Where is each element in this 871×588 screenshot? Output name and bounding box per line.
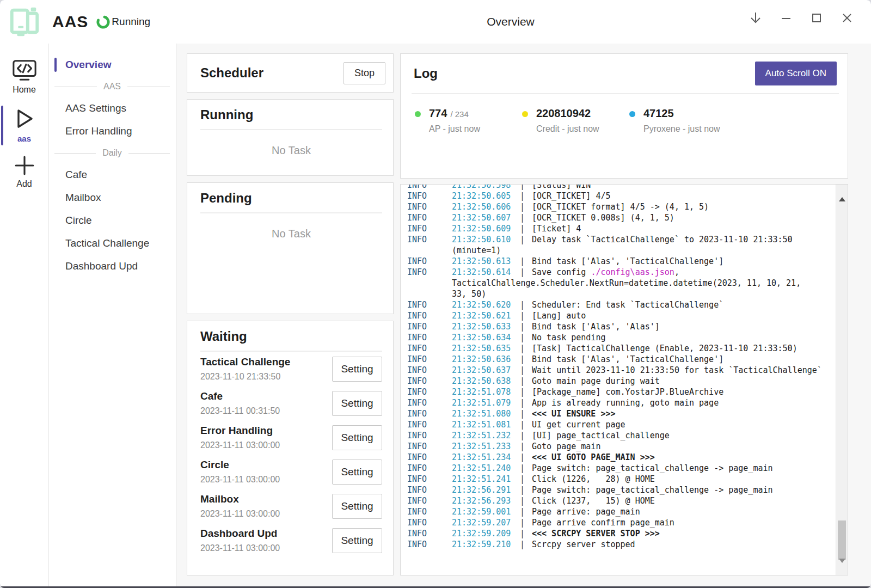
rail-active-indicator — [1, 106, 3, 145]
log-message: [Status] WIN — [532, 185, 591, 191]
log-level: INFO — [407, 310, 452, 321]
log-timestamp: 21:32:59.207 — [452, 517, 520, 528]
stat-value: 774 — [429, 107, 447, 120]
waiting-task-list: Tactical Challenge2023-11-10 21:33:50Set… — [200, 352, 382, 558]
log-message-segment: Page arrive: page_main — [532, 507, 640, 517]
running-empty-label: No Task — [200, 144, 382, 157]
task-setting-button[interactable]: Setting — [332, 391, 382, 416]
log-message-segment: [Task] TacticalChallenge (Enable, 2023-1… — [532, 344, 798, 353]
log-timestamp: 21:32:50.598 — [452, 185, 520, 191]
waiting-task-row: Circle2023-11-11 03:00:00Setting — [200, 455, 382, 489]
log-timestamp: 21:32:59.210 — [452, 539, 520, 550]
log-message-segment: Save config — [532, 267, 591, 277]
nav-section-label: Daily — [102, 148, 122, 158]
scroll-down-button[interactable] — [836, 562, 848, 572]
log-timestamp: 21:32:50.637 — [452, 365, 520, 376]
log-line: INFO21:32:50.613|Bind task ['Alas', 'Tac… — [407, 256, 833, 267]
log-message: Bind task ['Alas', 'TacticalChallenge'] — [532, 354, 723, 365]
task-scheduled-time: 2023-11-11 03:00:00 — [200, 509, 332, 519]
download-update-button[interactable] — [747, 9, 764, 27]
task-setting-button[interactable]: Setting — [332, 425, 382, 450]
divider-line — [54, 87, 97, 87]
log-timestamp: 21:32:51.233 — [452, 441, 520, 452]
log-level: INFO — [407, 430, 452, 441]
scrollbar-thumb[interactable] — [838, 520, 846, 560]
log-line: INFO21:32:50.620|Scheduler: End task `Ta… — [407, 299, 833, 310]
log-line: INFO21:32:51.233|Goto page_main — [407, 441, 833, 452]
minimize-button[interactable] — [777, 9, 795, 27]
scheduler-stop-button[interactable]: Stop — [344, 62, 385, 84]
log-message: 33, 50) — [452, 289, 486, 299]
waiting-title: Waiting — [200, 329, 382, 344]
log-message-segment: Bind task ['Alas', 'Alas'] — [532, 322, 660, 332]
rail-item-home[interactable]: Home — [0, 54, 48, 100]
log-level: INFO — [407, 185, 452, 191]
pending-empty-label: No Task — [200, 228, 382, 240]
log-timestamp: 21:32:50.606 — [452, 201, 520, 212]
log-message-segment: Bind task ['Alas', 'TacticalChallenge'] — [532, 256, 723, 266]
log-level: INFO — [407, 463, 452, 474]
log-level — [407, 278, 452, 289]
log-line: INFO21:32:50.607|[OCR_TICKET 0.008s] (4,… — [407, 212, 833, 223]
log-message-segment: Goto main page during wait — [532, 376, 660, 386]
stat-text: 774/ 234AP - just now — [429, 107, 480, 134]
log-level: INFO — [407, 234, 452, 245]
log-separator: | — [520, 463, 532, 474]
divider-line — [127, 87, 170, 87]
log-lines: INFO21:32:50.598|[Status] WININFO21:32:5… — [407, 185, 833, 550]
log-line: INFO21:32:50.605|[OCR_TICKET] 4/5 — [407, 191, 833, 201]
log-line: INFO21:32:50.634|No task pending — [407, 332, 833, 343]
log-message: Page switch: page_tactical_challenge -> … — [532, 485, 773, 495]
log-line: INFO21:32:50.636|Bind task ['Alas', 'Tac… — [407, 354, 833, 365]
log-message-segment: Scrcpy server stopped — [532, 540, 635, 549]
task-setting-button[interactable]: Setting — [332, 528, 382, 553]
close-button[interactable] — [838, 9, 856, 27]
log-line: INFO21:32:50.598|[Status] WIN — [407, 185, 833, 191]
icon-rail: Home aas Add — [0, 44, 49, 586]
nav-item-dashboard-upd[interactable]: Dashboard Upd — [49, 255, 176, 278]
log-line-continuation: (minute=1) — [407, 245, 833, 256]
rail-item-aas[interactable]: aas — [0, 102, 48, 149]
nav-item-error-handling[interactable]: Error Handling — [49, 120, 176, 143]
log-level: INFO — [407, 408, 452, 419]
log-timestamp: 21:32:50.636 — [452, 354, 520, 365]
task-setting-button[interactable]: Setting — [332, 357, 382, 382]
scroll-up-button[interactable] — [836, 188, 848, 198]
nav-item-mailbox[interactable]: Mailbox — [49, 186, 176, 209]
nav-item-tactical-challenge[interactable]: Tactical Challenge — [49, 232, 176, 255]
stat-value-row: 774/ 234 — [429, 107, 480, 120]
arrow-down-icon — [750, 11, 762, 24]
log-timestamp: 21:32:51.240 — [452, 463, 520, 474]
task-info: Mailbox2023-11-11 03:00:00 — [200, 493, 332, 519]
nav-item-cafe[interactable]: Cafe — [49, 163, 176, 186]
maximize-button[interactable] — [808, 9, 825, 27]
nav-item-circle[interactable]: Circle — [49, 209, 176, 232]
log-message: [Ticket] 4 — [532, 223, 581, 234]
nav-item-aas-settings[interactable]: AAS Settings — [49, 97, 176, 120]
nav-item-label: Overview — [65, 59, 112, 70]
log-stat: 47125Pyroxene - just now — [629, 107, 737, 134]
plus-icon — [14, 155, 35, 176]
log-message-segment: Page switch: page_tactical_challenge -> … — [532, 463, 773, 473]
log-level — [407, 289, 452, 299]
auto-scroll-toggle-button[interactable]: Auto Scroll ON — [755, 62, 837, 85]
nav-item-overview[interactable]: Overview — [49, 53, 176, 76]
log-separator: | — [520, 441, 532, 452]
log-message-segment: Goto page_main — [532, 442, 600, 451]
log-line: INFO21:32:50.635|[Task] TacticalChalleng… — [407, 343, 833, 354]
log-separator: | — [520, 223, 532, 234]
log-message: Page switch: page_tactical_challenge -> … — [532, 463, 773, 474]
task-setting-button[interactable]: Setting — [332, 494, 382, 519]
log-scrollbar[interactable] — [836, 185, 848, 575]
triangle-down-icon — [839, 559, 845, 571]
task-setting-button[interactable]: Setting — [332, 460, 382, 485]
window-controls — [747, 9, 856, 27]
log-separator: | — [520, 201, 532, 212]
log-level: INFO — [407, 256, 452, 267]
log-stats-card: Log Auto Scroll ON 774/ 234AP - just now… — [400, 53, 848, 179]
rail-item-add[interactable]: Add — [0, 151, 48, 194]
home-code-monitor-icon — [12, 59, 37, 82]
running-title: Running — [200, 107, 382, 122]
log-message-segment: [UI] page_tactical_challenge — [532, 431, 670, 440]
log-timestamp: 21:32:50.605 — [452, 191, 520, 201]
